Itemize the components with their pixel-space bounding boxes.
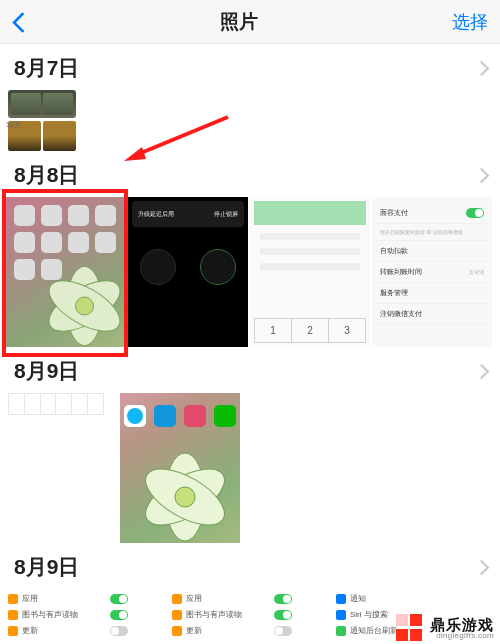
label: 更新 <box>22 625 38 636</box>
toggle-icon <box>110 626 128 636</box>
toggle-icon <box>274 626 292 636</box>
label: 应用 <box>22 593 38 604</box>
thumbnail-dark-settings[interactable]: 升级延迟后用停止锁屏 <box>128 197 248 347</box>
app-icon <box>214 405 236 427</box>
svg-point-5 <box>76 297 94 315</box>
watermark-text-en: dinglegifts.com <box>436 632 494 640</box>
thumb-caption: 12月 <box>6 120 21 130</box>
app-icon <box>124 405 146 427</box>
label: 转账到账时间 <box>380 267 422 277</box>
thumbnail-empty-table[interactable] <box>8 393 104 415</box>
label: 图书与有声读物 <box>186 609 242 620</box>
toggle-icon <box>274 610 292 620</box>
nav-header: 照片 选择 <box>0 0 500 44</box>
thumbnail-pay-settings[interactable]: 面容支付 在开启或恢复时面容 ID 识别后将授权 自动扣款 转账到账时间支付消 … <box>372 197 492 347</box>
section-title: 8月8日 <box>14 161 79 189</box>
cell: 1 <box>255 319 292 342</box>
label: Siri 与搜索 <box>350 609 388 620</box>
label: 支付消 <box>469 269 484 275</box>
watermark-logo <box>396 614 424 642</box>
app-icon <box>154 405 176 427</box>
toggle-icon <box>110 594 128 604</box>
wallpaper-flower <box>130 447 240 547</box>
thumbnail-homescreen[interactable] <box>6 197 126 347</box>
toggle-icon <box>110 610 128 620</box>
chevron-right-icon <box>476 59 486 77</box>
chevron-right-icon <box>476 166 486 184</box>
section-header-aug8[interactable]: 8月8日 <box>0 151 500 197</box>
cell: 2 <box>292 319 329 342</box>
label: 在开启或恢复时面容 ID 识别后将授权 <box>380 229 463 235</box>
thumbnail-settings-col[interactable]: 应用 图书与有声读物 更新 <box>172 593 292 641</box>
app-icon <box>184 405 206 427</box>
cell: 3 <box>329 319 365 342</box>
label: 注销微信支付 <box>380 309 422 319</box>
toggle-icon <box>274 594 292 604</box>
label: 升级延迟后用 <box>138 210 174 219</box>
section-header-aug9b[interactable]: 8月9日 <box>0 543 500 589</box>
thumbnail-calendar[interactable]: 1 2 3 <box>250 197 370 347</box>
label: 面容支付 <box>380 208 408 218</box>
thumbnail-aug7[interactable]: 12月 <box>8 90 76 151</box>
wallpaper-flower <box>37 261 126 347</box>
section-header-aug9a[interactable]: 8月9日 <box>0 347 500 393</box>
thumbnail-homescreen-2[interactable] <box>120 393 240 543</box>
section-title: 8月9日 <box>14 553 79 581</box>
annotation-arrow <box>118 113 233 163</box>
label: 通知 <box>350 593 366 604</box>
section-title: 8月7日 <box>14 54 79 82</box>
watermark-text-cn: 鼎乐游戏 <box>430 617 494 632</box>
chevron-right-icon <box>476 558 486 576</box>
chevron-right-icon <box>476 362 486 380</box>
thumbnail-row-aug9a <box>0 393 500 543</box>
label: 服务管理 <box>380 288 408 298</box>
section-title: 8月9日 <box>14 357 79 385</box>
toggle-icon <box>466 208 484 218</box>
back-icon[interactable] <box>12 11 26 33</box>
section-header-aug7[interactable]: 8月7日 <box>0 44 500 90</box>
svg-point-9 <box>175 487 195 507</box>
svg-line-0 <box>136 117 228 155</box>
label: 自动扣款 <box>380 246 408 256</box>
svg-marker-1 <box>124 147 146 161</box>
label: 图书与有声读物 <box>22 609 78 620</box>
page-title: 照片 <box>220 9 258 35</box>
label: 停止锁屏 <box>214 210 238 219</box>
watermark: 鼎乐游戏 dinglegifts.com <box>396 614 494 642</box>
thumbnail-settings-col[interactable]: 应用 图书与有声读物 更新 <box>8 593 128 641</box>
label: 更新 <box>186 625 202 636</box>
label: 应用 <box>186 593 202 604</box>
label: 通知后台刷新 <box>350 625 398 636</box>
select-button[interactable]: 选择 <box>452 10 488 34</box>
thumbnail-row-aug8: 升级延迟后用停止锁屏 1 2 3 面容支付 在开启或恢复时面容 ID 识别后将授… <box>0 197 500 347</box>
